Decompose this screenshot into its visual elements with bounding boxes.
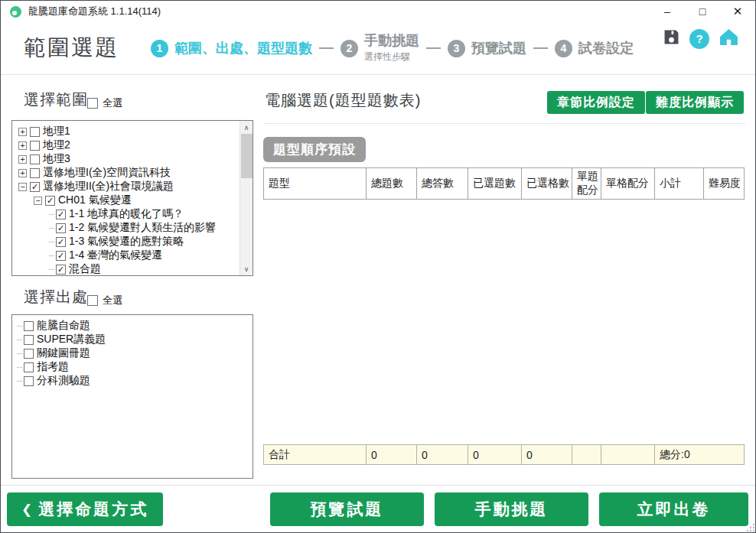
step-indicator: 1 範圍、出處、題型題數 2 手動挑題 選擇性步驟 3 預覽試題 4 試卷設定 (151, 33, 634, 64)
tree-item[interactable]: 1-3 氣候變遷的應對策略 (17, 235, 253, 249)
scope-select-all-checkbox[interactable] (87, 98, 98, 109)
points-per-question-value (572, 445, 601, 465)
preview-questions-button[interactable]: 預覽試題 (270, 492, 424, 526)
tree-item[interactable]: +選修地理I(全)空間資訊科技 (17, 166, 253, 180)
source-select-all[interactable]: 全選 (87, 294, 122, 307)
checkbox[interactable] (56, 223, 66, 233)
generate-paper-button[interactable]: 立即出卷 (599, 492, 748, 526)
checkbox[interactable] (24, 362, 34, 372)
col-total-answers: 總答數 (417, 168, 468, 200)
tree-item[interactable]: −選修地理II(全)社會環境議題 (17, 180, 253, 193)
source-list-box: 龍騰自命題 SUPER講義題 關鍵圖冊題 指考題 分科測驗題 (11, 314, 253, 479)
maximize-button[interactable]: □ (685, 1, 720, 22)
source-select-all-checkbox[interactable] (87, 295, 98, 306)
checkbox[interactable] (56, 237, 66, 247)
step-dash (319, 47, 334, 49)
collapse-icon[interactable]: − (18, 183, 27, 191)
checkbox[interactable] (56, 210, 66, 219)
tree-item[interactable]: 混合題 (17, 262, 253, 276)
scroll-down-icon[interactable]: ∨ (240, 262, 253, 275)
scroll-up-icon[interactable]: ∧ (240, 121, 253, 134)
page-title: 範圍選題 (24, 33, 119, 63)
save-icon[interactable] (663, 29, 679, 48)
step-1: 1 範圍、出處、題型題數 (151, 40, 312, 57)
list-item-label: 龍騰自命題 (37, 319, 90, 333)
tree-connector (49, 214, 54, 215)
checkbox[interactable] (30, 182, 40, 192)
back-to-mode-button[interactable]: ❮ 選擇命題方式 (7, 492, 163, 526)
col-subtotal: 小計 (655, 168, 704, 200)
expand-icon[interactable]: + (18, 128, 27, 136)
question-order-preset-button[interactable]: 題型順序預設 (263, 137, 366, 162)
tree-connector (17, 353, 22, 354)
scrollbar[interactable]: ∧ ∨ (240, 121, 253, 275)
selected-cells-value: 0 (522, 445, 572, 465)
expand-icon[interactable]: + (18, 169, 27, 177)
collapse-icon[interactable]: − (34, 197, 42, 205)
checkbox[interactable] (30, 127, 40, 137)
col-points-per-cell: 單格配分 (601, 168, 655, 200)
resize-grip[interactable] (750, 527, 751, 528)
tree-item[interactable]: +地理2 (17, 138, 253, 152)
step-4-badge: 4 (555, 40, 572, 57)
checkbox[interactable] (30, 141, 40, 151)
checkbox[interactable] (56, 251, 66, 261)
col-question-type: 題型 (264, 168, 367, 200)
tree-item[interactable]: 1-1 地球真的暖化了嗎？ (17, 207, 253, 221)
bottom-action-bar: ❮ 選擇命題方式 預覽試題 手動挑題 立即出卷 (1, 485, 755, 532)
step-2-badge: 2 (341, 40, 358, 57)
titlebar: 龍騰題庫命題系統 1.1.14(114) – □ ✕ (1, 1, 755, 22)
tree-item[interactable]: +地理3 (17, 152, 253, 166)
checkbox[interactable] (30, 168, 40, 178)
back-button-label: 選擇命題方式 (38, 499, 148, 520)
tree-item[interactable]: 1-4 臺灣的氣候變遷 (17, 249, 253, 262)
tree-item[interactable]: +地理1 (17, 125, 253, 138)
list-item[interactable]: 龍騰自命題 (17, 319, 253, 333)
total-answers-value: 0 (417, 445, 468, 465)
tree-connector (17, 340, 22, 340)
difficulty-ratio-button[interactable]: 難度比例顯示 (646, 91, 744, 114)
col-selected-questions: 已選題數 (468, 168, 522, 200)
total-score: 總分:0 (655, 445, 745, 465)
checkbox[interactable] (30, 154, 40, 164)
total-questions-value: 0 (367, 445, 417, 465)
expand-icon[interactable]: + (18, 141, 27, 150)
tree-item[interactable]: 1-2 氣候變遷對人類生活的影響 (17, 221, 253, 235)
home-icon[interactable] (719, 28, 738, 49)
checkbox[interactable] (24, 321, 34, 331)
close-button[interactable]: ✕ (720, 1, 755, 22)
scrollbar-thumb[interactable] (241, 134, 253, 178)
minimize-button[interactable]: – (650, 1, 685, 22)
list-item[interactable]: 指考題 (17, 360, 253, 374)
expand-icon[interactable]: + (18, 155, 27, 164)
tree-item-label: 地理1 (43, 125, 70, 138)
checkbox[interactable] (24, 376, 34, 386)
checkbox[interactable] (24, 349, 34, 359)
scope-select-all[interactable]: 全選 (87, 96, 122, 110)
checkbox[interactable] (56, 265, 66, 275)
app-logo-icon (10, 6, 21, 18)
help-icon[interactable]: ? (689, 29, 709, 49)
chapter-ratio-button[interactable]: 章節比例設定 (547, 91, 645, 114)
list-item[interactable]: SUPER講義題 (17, 333, 253, 346)
tree-item-label: 1-3 氣候變遷的應對策略 (69, 235, 184, 249)
question-type-table: 題型 總題數 總答數 已選題數 已選格數 單題配分 單格配分 小計 難易度 (263, 167, 745, 200)
manual-pick-button[interactable]: 手動挑題 (435, 492, 588, 526)
checkbox[interactable] (45, 196, 55, 206)
list-item[interactable]: 關鍵圖冊題 (17, 346, 253, 360)
checkbox[interactable] (24, 335, 34, 345)
step-dash (426, 47, 441, 49)
points-per-cell-value (601, 445, 655, 465)
step-1-label: 範圍、出處、題型題數 (174, 41, 312, 56)
wizard-header: 範圍選題 1 範圍、出處、題型題數 2 手動挑題 選擇性步驟 3 預覽試題 4 (1, 22, 755, 75)
list-item[interactable]: 分科測驗題 (17, 374, 253, 388)
tree-connector (49, 228, 54, 229)
step-2-sublabel: 選擇性步驟 (364, 49, 419, 64)
tree-item-label: 混合題 (69, 262, 101, 276)
step-3-badge: 3 (448, 40, 465, 57)
step-4: 4 試卷設定 (555, 40, 634, 57)
step-2-label: 手動挑題 選擇性步驟 (364, 33, 419, 64)
tree-item-label: CH01 氣候變遷 (58, 193, 132, 207)
totals-label: 合計 (264, 445, 367, 465)
tree-item[interactable]: −CH01 氣候變遷 (17, 193, 253, 207)
